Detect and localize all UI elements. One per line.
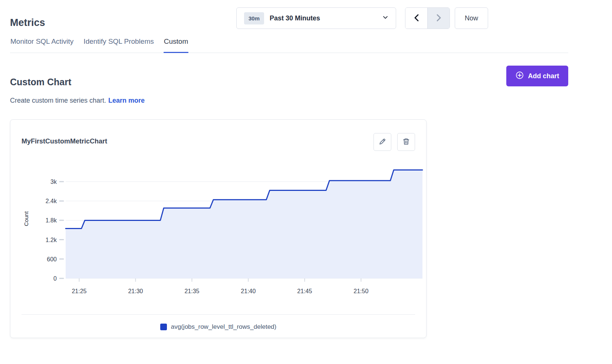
time-step-buttons	[405, 7, 450, 29]
svg-text:21:40: 21:40	[241, 288, 256, 294]
page-title: Metrics	[10, 17, 45, 29]
metrics-tabs: Monitor SQL Activity Identify SQL Proble…	[10, 37, 568, 53]
card-divider	[22, 314, 415, 315]
active-tab-underline	[164, 52, 188, 53]
legend-label: avg(jobs_row_level_ttl_rows_deleted)	[171, 323, 276, 331]
svg-text:21:30: 21:30	[128, 288, 143, 294]
time-range-dropdown[interactable]: 30m Past 30 Minutes	[236, 7, 396, 29]
legend-swatch	[160, 324, 167, 330]
add-chart-button[interactable]: Add chart	[506, 66, 568, 86]
section-description: Create custom time series chart.Learn mo…	[10, 97, 145, 105]
timeseries-chart[interactable]: 06001.2k1.8k2.4k3k21:2521:3021:3521:4021…	[10, 120, 426, 298]
custom-chart-card: MyFirstCustomMetricChart 06001.2k1.8k2.4…	[10, 119, 427, 338]
svg-text:21:35: 21:35	[184, 288, 199, 294]
svg-text:0: 0	[53, 275, 57, 282]
section-heading: Custom Chart	[10, 77, 71, 87]
next-time-button[interactable]	[427, 8, 450, 29]
svg-text:1.8k: 1.8k	[46, 217, 57, 224]
svg-text:21:45: 21:45	[297, 288, 312, 294]
time-range-badge: 30m	[244, 12, 264, 24]
learn-more-link[interactable]: Learn more	[108, 97, 145, 104]
add-chart-label: Add chart	[528, 72, 559, 80]
tab-label: Identify SQL Problems	[83, 37, 154, 45]
svg-text:2.4k: 2.4k	[46, 198, 57, 204]
svg-text:1.2k: 1.2k	[46, 237, 57, 243]
svg-text:21:50: 21:50	[353, 288, 368, 294]
metrics-page: Metrics 30m Past 30 Minutes Now Monitor …	[0, 0, 612, 364]
section-description-text: Create custom time series chart.	[10, 97, 106, 104]
tab-monitor-sql-activity[interactable]: Monitor SQL Activity	[10, 37, 74, 53]
tab-custom[interactable]: Custom	[164, 37, 188, 53]
chevron-left-icon	[413, 14, 420, 23]
svg-text:Count: Count	[23, 211, 29, 226]
chart-legend: avg(jobs_row_level_ttl_rows_deleted)	[10, 323, 426, 331]
tab-label: Monitor SQL Activity	[10, 37, 73, 45]
plus-circle-icon	[515, 71, 524, 82]
svg-text:3k: 3k	[50, 179, 57, 185]
tab-identify-sql-problems[interactable]: Identify SQL Problems	[83, 37, 154, 53]
chevron-right-icon	[435, 14, 442, 23]
svg-text:600: 600	[47, 256, 57, 262]
previous-time-button[interactable]	[405, 8, 427, 29]
time-range-label: Past 30 Minutes	[270, 14, 320, 22]
svg-text:21:25: 21:25	[72, 288, 86, 294]
tab-label: Custom	[164, 37, 188, 45]
now-button[interactable]: Now	[455, 7, 488, 29]
chevron-down-icon	[382, 14, 388, 22]
